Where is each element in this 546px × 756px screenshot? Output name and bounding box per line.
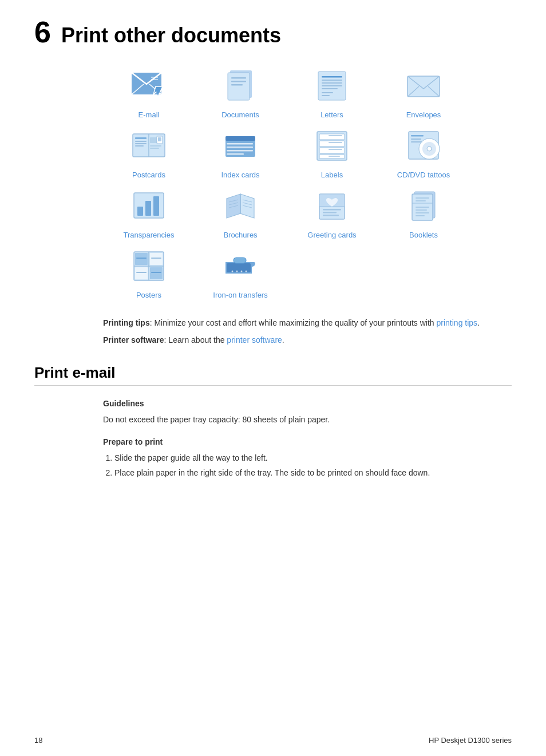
svg-rect-38 [227, 150, 253, 152]
svg-rect-20 [407, 76, 440, 97]
page-header: 6 Print other documents [34, 17, 512, 48]
svg-rect-79 [416, 209, 427, 211]
transparencies-label[interactable]: Transparencies [123, 231, 174, 239]
brochures-label[interactable]: Brochures [223, 231, 257, 239]
svg-rect-88 [150, 267, 163, 279]
svg-rect-14 [322, 80, 342, 81]
postcards-label[interactable]: Postcards [132, 171, 165, 179]
svg-rect-19 [322, 95, 330, 96]
svg-rect-26 [135, 137, 147, 139]
svg-rect-80 [416, 212, 429, 213]
icon-item-postcards: Postcards [103, 125, 195, 179]
email-icon [128, 65, 169, 106]
greeting-cards-icon [311, 185, 353, 226]
labels-icon [311, 125, 353, 166]
printing-tips-link[interactable]: printing tips [437, 318, 478, 327]
svg-rect-55 [411, 141, 422, 143]
svg-rect-18 [322, 92, 333, 93]
svg-point-95 [236, 271, 238, 272]
index-cards-label[interactable]: Index cards [221, 171, 259, 179]
cd-dvd-label[interactable]: CD/DVD tattoos [397, 171, 450, 179]
svg-rect-29 [135, 145, 144, 147]
svg-rect-58 [145, 201, 151, 216]
svg-rect-33 [158, 137, 161, 141]
icon-item-posters: Posters [103, 245, 195, 299]
prepare-step-1: Slide the paper guide all the way to the… [114, 452, 512, 464]
print-email-section: Print e-mail Guidelines Do not exceed th… [34, 364, 512, 480]
svg-rect-86 [150, 253, 163, 265]
svg-rect-45 [329, 135, 342, 136]
booklets-label[interactable]: Booklets [409, 231, 438, 239]
postcards-icon [128, 125, 169, 166]
chapter-number: 6 [34, 17, 51, 47]
svg-rect-47 [329, 149, 342, 150]
prepare-title: Prepare to print [103, 436, 512, 448]
prepare-step-2: Place plain paper in the right side of t… [114, 466, 512, 479]
guidelines-text: Do not exceed the paper tray capacity: 8… [103, 413, 512, 426]
greeting-cards-label[interactable]: Greeting cards [307, 231, 356, 239]
icon-item-cd-dvd: CD/DVD tattoos [378, 125, 469, 179]
icon-item-email: E-mail [103, 65, 195, 119]
printer-software-paragraph: Printer software: Learn about the printe… [103, 334, 512, 346]
svg-point-97 [246, 271, 247, 272]
letters-label[interactable]: Letters [321, 110, 343, 119]
printer-software-link[interactable]: printer software [227, 335, 282, 345]
svg-rect-54 [411, 138, 421, 140]
svg-rect-92 [151, 272, 161, 273]
page-number: 18 [34, 736, 42, 745]
svg-rect-70 [323, 209, 341, 211]
documents-label[interactable]: Documents [221, 110, 259, 119]
svg-rect-93 [227, 263, 251, 272]
printer-software-text: : Learn about the [164, 335, 227, 345]
svg-point-94 [232, 271, 234, 272]
svg-rect-81 [416, 215, 425, 216]
labels-label[interactable]: Labels [321, 171, 343, 179]
svg-rect-9 [231, 77, 246, 79]
posters-icon [128, 245, 169, 286]
svg-rect-36 [227, 143, 253, 145]
svg-rect-11 [231, 84, 243, 86]
svg-rect-16 [322, 85, 342, 86]
svg-rect-89 [136, 258, 147, 259]
letters-icon [311, 65, 353, 106]
icon-item-letters: Letters [286, 65, 378, 119]
icon-item-envelopes: Envelopes [378, 65, 469, 119]
print-email-content: Guidelines Do not exceed the paper tray … [103, 397, 512, 480]
svg-rect-31 [150, 148, 159, 149]
svg-rect-90 [151, 258, 161, 259]
svg-rect-35 [225, 136, 255, 141]
envelopes-label[interactable]: Envelopes [406, 110, 441, 119]
print-email-title: Print e-mail [34, 364, 512, 386]
posters-label[interactable]: Posters [136, 291, 161, 299]
guidelines-title: Guidelines [103, 397, 512, 410]
page-footer: 18 HP Deskjet D1300 series [34, 736, 512, 745]
product-name: HP Deskjet D1300 series [429, 736, 512, 745]
icon-item-booklets: Booklets [378, 185, 469, 239]
svg-point-96 [241, 271, 243, 272]
svg-rect-87 [135, 267, 148, 279]
svg-rect-53 [411, 135, 424, 137]
icon-item-labels: Labels [286, 125, 378, 179]
transparencies-icon [128, 185, 169, 226]
svg-rect-57 [137, 207, 143, 216]
svg-rect-98 [234, 258, 246, 263]
svg-rect-30 [150, 145, 161, 147]
cd-dvd-icon [403, 125, 444, 166]
svg-rect-59 [153, 196, 159, 216]
svg-point-52 [427, 147, 432, 151]
svg-rect-85 [135, 253, 148, 265]
svg-rect-17 [322, 88, 338, 89]
svg-rect-91 [136, 272, 147, 273]
svg-rect-43 [319, 148, 345, 153]
document-type-grid: E-mail Documents [103, 65, 512, 299]
chapter-title: Print other documents [61, 23, 281, 48]
iron-on-label[interactable]: Iron-on transfers [213, 291, 267, 299]
index-cards-icon [220, 125, 261, 166]
icon-item-greeting-cards: Greeting cards [286, 185, 378, 239]
svg-rect-71 [323, 212, 337, 213]
svg-rect-15 [322, 82, 342, 84]
svg-rect-28 [135, 143, 147, 144]
booklets-icon [403, 185, 444, 226]
email-label[interactable]: E-mail [139, 110, 160, 119]
icon-item-iron-on: Iron-on transfers [195, 245, 286, 299]
